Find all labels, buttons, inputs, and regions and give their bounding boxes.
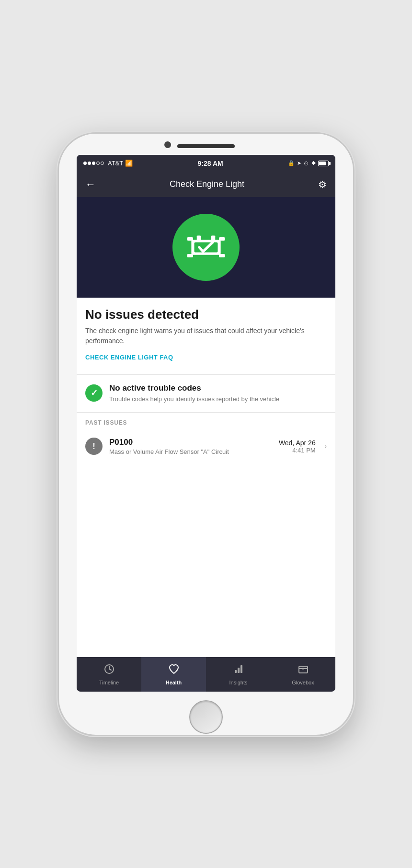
tab-timeline-label: Timeline xyxy=(99,680,119,685)
issue-row[interactable]: ! P0100 Mass or Volume Air Flow Sensor "… xyxy=(85,433,327,460)
issue-time-text: 4:41 PM xyxy=(279,447,316,454)
trouble-text: No active trouble codes Trouble codes he… xyxy=(109,383,279,404)
past-issues-label: PAST ISSUES xyxy=(85,419,327,426)
past-issues-section: PAST ISSUES ! P0100 Mass or Volume Air F… xyxy=(77,413,335,460)
insights-icon xyxy=(233,663,244,678)
svg-rect-12 xyxy=(299,666,308,673)
nav-bar: ← Check Engine Light ⚙ xyxy=(77,172,335,197)
trouble-codes-title: No active trouble codes xyxy=(109,383,279,393)
settings-button[interactable]: ⚙ xyxy=(318,179,327,190)
checkmark: ✓ xyxy=(91,388,98,398)
tab-bar: Timeline Health Insigh xyxy=(77,657,335,692)
no-issues-section: No issues detected The check engine ligh… xyxy=(77,298,335,374)
issue-date: Wed, Apr 26 4:41 PM xyxy=(279,439,316,454)
check-circle-icon: ✓ xyxy=(85,384,103,402)
location-icon: ➤ xyxy=(297,160,301,166)
faq-link[interactable]: CHECK ENGINE LIGHT FAQ xyxy=(85,354,173,361)
signal-dot-4 xyxy=(96,162,100,165)
main-content: No issues detected The check engine ligh… xyxy=(77,298,335,657)
trouble-codes-desc: Trouble codes help you identify issues r… xyxy=(109,395,279,404)
svg-rect-10 xyxy=(238,668,240,673)
status-right: 🔒 ➤ ⏲ ✱ xyxy=(288,160,329,166)
chevron-right-icon: › xyxy=(324,442,327,451)
tab-glovebox-label: Glovebox xyxy=(292,680,314,685)
signal-dot-2 xyxy=(88,162,91,165)
trouble-codes-section: ✓ No active trouble codes Trouble codes … xyxy=(77,375,335,413)
battery-fill xyxy=(319,162,326,165)
tab-insights[interactable]: Insights xyxy=(206,657,271,692)
battery-icon xyxy=(318,161,329,166)
glovebox-icon xyxy=(298,663,309,678)
signal-dot-5 xyxy=(101,162,104,165)
phone-speaker xyxy=(177,144,235,148)
tab-glovebox[interactable]: Glovebox xyxy=(271,657,335,692)
phone-screen: AT&T 📶 9:28 AM 🔒 ➤ ⏲ ✱ ← Check Engine Li… xyxy=(77,155,335,692)
hero-banner xyxy=(77,197,335,298)
svg-rect-5 xyxy=(197,235,201,241)
svg-rect-1 xyxy=(187,237,193,241)
svg-rect-6 xyxy=(211,235,216,241)
svg-rect-4 xyxy=(219,254,225,257)
svg-rect-11 xyxy=(240,665,242,673)
issue-description: Mass or Volume Air Flow Sensor "A" Circu… xyxy=(109,448,272,455)
tab-insights-label: Insights xyxy=(229,680,248,685)
issue-code: P0100 xyxy=(109,438,272,447)
engine-status-circle xyxy=(172,214,240,281)
carrier-label: AT&T xyxy=(108,160,123,167)
phone-frame: AT&T 📶 9:28 AM 🔒 ➤ ⏲ ✱ ← Check Engine Li… xyxy=(57,132,355,736)
home-button[interactable] xyxy=(189,700,223,734)
no-issues-description: The check engine light warns you of issu… xyxy=(85,326,327,346)
timeline-icon xyxy=(103,663,115,678)
svg-rect-3 xyxy=(219,237,225,241)
bluetooth-icon: ✱ xyxy=(311,160,316,166)
signal-dot-3 xyxy=(92,162,95,165)
alarm-icon: ⏲ xyxy=(304,161,309,166)
engine-check-icon xyxy=(184,231,228,264)
wifi-icon: 📶 xyxy=(125,160,133,167)
status-time: 9:28 AM xyxy=(198,160,223,167)
no-issues-title: No issues detected xyxy=(85,307,327,322)
tab-timeline[interactable]: Timeline xyxy=(77,657,141,692)
issue-alert-icon: ! xyxy=(85,438,103,455)
status-left: AT&T 📶 xyxy=(83,160,133,167)
issue-info: P0100 Mass or Volume Air Flow Sensor "A"… xyxy=(109,438,272,455)
signal-dots xyxy=(83,162,104,165)
lock-icon: 🔒 xyxy=(288,160,295,166)
signal-dot-1 xyxy=(83,162,87,165)
status-bar: AT&T 📶 9:28 AM 🔒 ➤ ⏲ ✱ xyxy=(77,155,335,172)
issue-date-text: Wed, Apr 26 xyxy=(279,439,316,447)
tab-health[interactable]: Health xyxy=(141,657,206,692)
phone-camera xyxy=(164,141,171,148)
back-button[interactable]: ← xyxy=(85,178,96,191)
svg-rect-9 xyxy=(235,670,237,673)
health-icon xyxy=(168,663,180,678)
svg-rect-2 xyxy=(187,254,193,257)
tab-health-label: Health xyxy=(166,680,182,685)
page-title: Check Engine Light xyxy=(170,179,244,189)
